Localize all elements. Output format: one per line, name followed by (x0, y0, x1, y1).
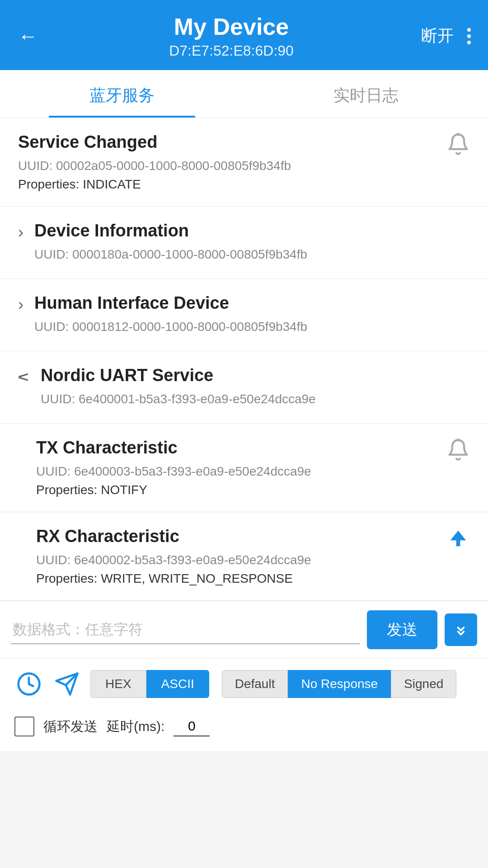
tx-characteristic-uuid: UUID: 6e400003-b5a3-f393-e0a9-e50e24dcca… (36, 462, 311, 481)
rx-characteristic-props: Properties: WRITE, WRITE_NO_RESPONSE (36, 571, 311, 586)
send-history-button[interactable] (52, 670, 81, 698)
service-changed-header: Service Changed UUID: 00002a05-0000-1000… (18, 132, 470, 192)
loop-send-checkbox[interactable] (14, 717, 34, 736)
human-interface-chevron: › (18, 295, 23, 314)
tab-realtime-log[interactable]: 实时日志 (244, 70, 488, 118)
rx-characteristic: RX Characteristic UUID: 6e400002-b5a3-f3… (0, 512, 488, 601)
disconnect-button[interactable]: 断开 (421, 25, 454, 47)
loop-send-label: 循环发送 (43, 717, 98, 736)
dot-1 (467, 28, 471, 32)
rx-characteristic-header: RX Characteristic UUID: 6e400002-b5a3-f3… (36, 527, 470, 586)
expand-button[interactable] (445, 613, 477, 646)
tx-characteristic-title: TX Characteristic (36, 438, 311, 458)
response-group: Default No Response Signed (222, 670, 457, 698)
device-information-chevron: › (18, 223, 23, 242)
rx-characteristic-info: RX Characteristic UUID: 6e400002-b5a3-f3… (36, 527, 311, 586)
delay-label: 延时(ms): (107, 717, 164, 736)
nordic-uart-header[interactable]: ∨ Nordic UART Service UUID: 6e400001-b5a… (0, 351, 488, 423)
data-input-area: 发送 (0, 601, 488, 658)
default-response-button[interactable]: Default (222, 670, 288, 698)
device-information-service: › Device Information UUID: 0000180a-0000… (0, 207, 488, 279)
loop-send-row: 循环发送 延时(ms): (0, 709, 488, 751)
ascii-format-button[interactable]: ASCII (146, 670, 209, 698)
device-information-uuid: UUID: 0000180a-0000-1000-8000-00805f9b34… (34, 245, 470, 264)
dot-3 (467, 41, 471, 44)
header-title-block: My Device D7:E7:52:E8:6D:90 (42, 13, 421, 59)
app-header: ← My Device D7:E7:52:E8:6D:90 断开 (0, 0, 488, 70)
service-changed-bell-icon[interactable] (446, 132, 470, 156)
tx-characteristic: TX Characteristic UUID: 6e400003-b5a3-f3… (0, 424, 488, 512)
signed-response-button[interactable]: Signed (391, 670, 456, 698)
nordic-uart-uuid: UUID: 6e400001-b5a3-f393-e0a9-e50e24dcca… (41, 390, 470, 409)
header-actions: 断开 (421, 25, 474, 47)
nordic-uart-content: Nordic UART Service UUID: 6e400001-b5a3-… (41, 366, 470, 409)
device-information-header[interactable]: › Device Information UUID: 0000180a-0000… (0, 207, 488, 278)
send-button[interactable]: 发送 (367, 610, 437, 649)
tx-characteristic-info: TX Characteristic UUID: 6e400003-b5a3-f3… (36, 438, 311, 497)
nordic-uart-chevron: ∨ (14, 371, 33, 383)
tx-bell-icon[interactable] (446, 438, 470, 462)
bottom-toolbar: HEX ASCII Default No Response Signed (0, 658, 488, 709)
more-menu-button[interactable] (465, 26, 474, 46)
hex-format-button[interactable]: HEX (90, 670, 146, 698)
human-interface-uuid: UUID: 00001812-0000-1000-8000-00805f9b34… (34, 317, 470, 336)
tx-characteristic-header: TX Characteristic UUID: 6e400003-b5a3-f3… (36, 438, 470, 497)
data-text-input[interactable] (11, 616, 360, 644)
device-name: My Device (42, 13, 421, 41)
device-information-content: Device Information UUID: 0000180a-0000-1… (34, 221, 470, 264)
human-interface-header[interactable]: › Human Interface Device UUID: 00001812-… (0, 279, 488, 351)
back-button[interactable]: ← (14, 21, 42, 51)
rx-characteristic-title: RX Characteristic (36, 527, 311, 546)
service-changed-title: Service Changed (18, 132, 291, 152)
rx-characteristic-uuid: UUID: 6e400002-b5a3-f393-e0a9-e50e24dcca… (36, 551, 311, 570)
nordic-uart-service: ∨ Nordic UART Service UUID: 6e400001-b5a… (0, 351, 488, 424)
service-changed-props: Properties: INDICATE (18, 177, 291, 192)
device-information-title: Device Information (34, 221, 470, 241)
history-button[interactable] (14, 670, 43, 698)
human-interface-service: › Human Interface Device UUID: 00001812-… (0, 279, 488, 351)
delay-input[interactable] (174, 717, 210, 736)
device-address: D7:E7:52:E8:6D:90 (42, 42, 421, 59)
human-interface-title: Human Interface Device (34, 293, 470, 313)
rx-upload-icon[interactable] (446, 527, 470, 550)
svg-marker-2 (450, 531, 466, 547)
tab-bar: 蓝牙服务 实时日志 (0, 70, 488, 118)
tab-bluetooth-services[interactable]: 蓝牙服务 (0, 70, 244, 118)
tx-characteristic-props: Properties: NOTIFY (36, 483, 311, 497)
format-group: HEX ASCII (90, 670, 209, 698)
nordic-uart-title: Nordic UART Service (41, 366, 470, 385)
no-response-button[interactable]: No Response (288, 670, 391, 698)
service-changed-uuid: UUID: 00002a05-0000-1000-8000-00805f9b34… (18, 156, 291, 175)
human-interface-content: Human Interface Device UUID: 00001812-00… (34, 293, 470, 336)
service-changed: Service Changed UUID: 00002a05-0000-1000… (0, 118, 488, 207)
service-changed-info: Service Changed UUID: 00002a05-0000-1000… (18, 132, 291, 192)
dot-2 (467, 34, 471, 38)
